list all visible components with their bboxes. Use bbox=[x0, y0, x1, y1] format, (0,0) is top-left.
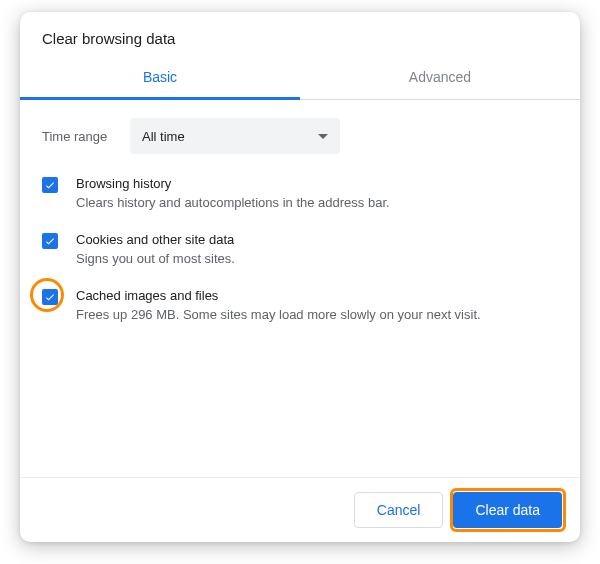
dialog-body: Time range All time Browsing history Cle… bbox=[20, 100, 580, 477]
dialog-footer: Cancel Clear data bbox=[20, 477, 580, 542]
time-range-select[interactable]: All time bbox=[130, 118, 340, 154]
check-icon bbox=[44, 291, 56, 303]
check-icon bbox=[44, 235, 56, 247]
time-range-value: All time bbox=[142, 129, 185, 144]
option-title: Cached images and files bbox=[76, 288, 558, 303]
option-cached-images: Cached images and files Frees up 296 MB.… bbox=[42, 288, 558, 324]
option-browsing-history: Browsing history Clears history and auto… bbox=[42, 176, 558, 212]
clear-data-button-label: Clear data bbox=[475, 502, 540, 518]
cancel-button[interactable]: Cancel bbox=[354, 492, 444, 528]
dialog-title: Clear browsing data bbox=[20, 12, 580, 59]
clear-browsing-data-dialog: Clear browsing data Basic Advanced Time … bbox=[20, 12, 580, 542]
check-icon bbox=[44, 179, 56, 191]
time-range-row: Time range All time bbox=[42, 118, 558, 154]
tab-basic[interactable]: Basic bbox=[20, 59, 300, 100]
cancel-button-label: Cancel bbox=[377, 502, 421, 518]
tab-advanced[interactable]: Advanced bbox=[300, 59, 580, 100]
time-range-label: Time range bbox=[42, 129, 130, 144]
checkbox-cookies[interactable] bbox=[42, 233, 58, 249]
option-desc: Clears history and autocompletions in th… bbox=[76, 195, 558, 212]
checkbox-browsing-history[interactable] bbox=[42, 177, 58, 193]
option-desc: Signs you out of most sites. bbox=[76, 251, 558, 268]
option-desc: Frees up 296 MB. Some sites may load mor… bbox=[76, 307, 558, 324]
clear-data-button[interactable]: Clear data bbox=[453, 492, 562, 528]
option-cookies: Cookies and other site data Signs you ou… bbox=[42, 232, 558, 268]
checkbox-cached-images[interactable] bbox=[42, 289, 58, 305]
tab-advanced-label: Advanced bbox=[409, 69, 471, 85]
tab-basic-label: Basic bbox=[143, 69, 177, 85]
tabs: Basic Advanced bbox=[20, 59, 580, 100]
option-title: Cookies and other site data bbox=[76, 232, 558, 247]
option-title: Browsing history bbox=[76, 176, 558, 191]
dropdown-arrow-icon bbox=[318, 134, 328, 139]
